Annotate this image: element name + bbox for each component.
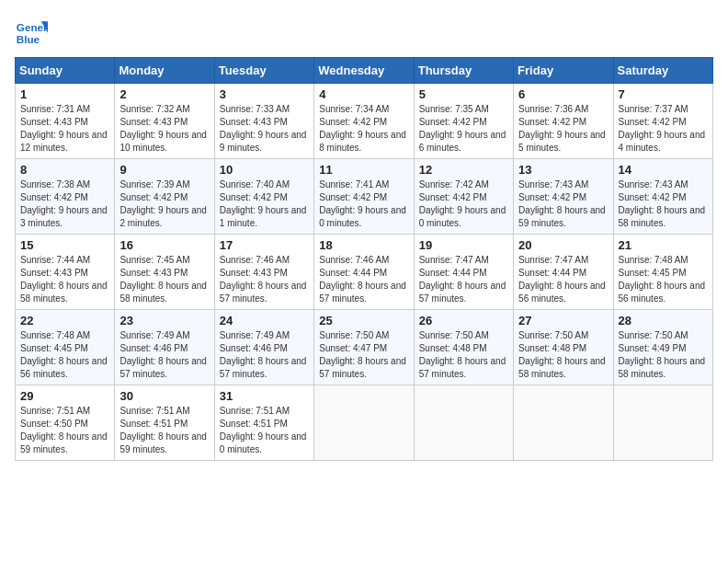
day-number: 25 [319, 314, 408, 327]
cell-content: Sunrise: 7:46 AM Sunset: 4:44 PM Dayligh… [319, 254, 408, 305]
cell-content: Sunrise: 7:34 AM Sunset: 4:42 PM Dayligh… [319, 103, 408, 155]
day-number: 3 [220, 87, 309, 101]
calendar-day-header: Wednesday [314, 58, 414, 84]
cell-content: Sunrise: 7:41 AM Sunset: 4:42 PM Dayligh… [319, 178, 408, 230]
calendar-week-row: 1 Sunrise: 7:31 AM Sunset: 4:43 PM Dayli… [16, 84, 713, 159]
cell-content: Sunrise: 7:50 AM Sunset: 4:47 PM Dayligh… [319, 329, 408, 381]
day-number: 26 [419, 314, 508, 327]
day-number: 27 [518, 314, 608, 327]
cell-content: Sunrise: 7:32 AM Sunset: 4:43 PM Dayligh… [119, 103, 209, 155]
day-number: 4 [319, 87, 408, 101]
cell-content: Sunrise: 7:47 AM Sunset: 4:44 PM Dayligh… [419, 254, 508, 305]
day-number: 6 [518, 87, 608, 101]
calendar-day-header: Tuesday [214, 58, 313, 84]
cell-content: Sunrise: 7:47 AM Sunset: 4:44 PM Dayligh… [518, 254, 608, 305]
calendar-week-row: 15 Sunrise: 7:44 AM Sunset: 4:43 PM Dayl… [16, 235, 713, 310]
cell-content: Sunrise: 7:33 AM Sunset: 4:43 PM Dayligh… [220, 103, 309, 155]
day-number: 29 [20, 389, 109, 403]
calendar-cell: 25 Sunrise: 7:50 AM Sunset: 4:47 PM Dayl… [314, 310, 414, 385]
svg-text:Blue: Blue [17, 33, 40, 45]
calendar-cell: 14 Sunrise: 7:43 AM Sunset: 4:42 PM Dayl… [613, 159, 712, 235]
calendar-cell: 15 Sunrise: 7:44 AM Sunset: 4:43 PM Dayl… [16, 235, 115, 310]
calendar-cell [613, 385, 712, 461]
calendar-cell: 17 Sunrise: 7:46 AM Sunset: 4:43 PM Dayl… [214, 235, 313, 310]
calendar-cell [514, 385, 613, 461]
cell-content: Sunrise: 7:51 AM Sunset: 4:50 PM Dayligh… [20, 405, 109, 456]
calendar-week-row: 29 Sunrise: 7:51 AM Sunset: 4:50 PM Dayl… [16, 385, 713, 461]
day-number: 22 [20, 314, 109, 327]
calendar-cell [414, 385, 513, 461]
cell-content: Sunrise: 7:36 AM Sunset: 4:42 PM Dayligh… [518, 103, 608, 155]
day-number: 7 [619, 87, 708, 101]
calendar-cell: 26 Sunrise: 7:50 AM Sunset: 4:48 PM Dayl… [414, 310, 513, 385]
day-number: 16 [119, 238, 209, 252]
cell-content: Sunrise: 7:43 AM Sunset: 4:42 PM Dayligh… [619, 178, 708, 230]
day-number: 14 [619, 163, 708, 177]
calendar-cell: 2 Sunrise: 7:32 AM Sunset: 4:43 PM Dayli… [115, 84, 214, 159]
calendar-day-header: Sunday [16, 58, 115, 84]
calendar-cell: 30 Sunrise: 7:51 AM Sunset: 4:51 PM Dayl… [115, 385, 214, 461]
calendar-cell: 3 Sunrise: 7:33 AM Sunset: 4:43 PM Dayli… [214, 84, 313, 159]
calendar-cell: 7 Sunrise: 7:37 AM Sunset: 4:42 PM Dayli… [613, 84, 712, 159]
day-number: 30 [119, 389, 209, 403]
calendar-body: 1 Sunrise: 7:31 AM Sunset: 4:43 PM Dayli… [16, 84, 713, 461]
cell-content: Sunrise: 7:49 AM Sunset: 4:46 PM Dayligh… [220, 329, 309, 381]
cell-content: Sunrise: 7:50 AM Sunset: 4:48 PM Dayligh… [518, 329, 608, 381]
day-number: 23 [119, 314, 209, 327]
calendar-cell: 1 Sunrise: 7:31 AM Sunset: 4:43 PM Dayli… [16, 84, 115, 159]
cell-content: Sunrise: 7:50 AM Sunset: 4:48 PM Dayligh… [419, 329, 508, 381]
cell-content: Sunrise: 7:39 AM Sunset: 4:42 PM Dayligh… [119, 178, 209, 230]
page-header: General Blue [15, 15, 713, 48]
calendar-cell: 24 Sunrise: 7:49 AM Sunset: 4:46 PM Dayl… [214, 310, 313, 385]
cell-content: Sunrise: 7:49 AM Sunset: 4:46 PM Dayligh… [119, 329, 209, 381]
calendar-cell: 21 Sunrise: 7:48 AM Sunset: 4:45 PM Dayl… [613, 235, 712, 310]
day-number: 20 [518, 238, 608, 252]
calendar-cell [314, 385, 414, 461]
cell-content: Sunrise: 7:48 AM Sunset: 4:45 PM Dayligh… [619, 254, 708, 305]
calendar-week-row: 8 Sunrise: 7:38 AM Sunset: 4:42 PM Dayli… [16, 159, 713, 235]
cell-content: Sunrise: 7:44 AM Sunset: 4:43 PM Dayligh… [20, 254, 109, 305]
cell-content: Sunrise: 7:46 AM Sunset: 4:43 PM Dayligh… [220, 254, 309, 305]
logo: General Blue [15, 15, 48, 48]
day-number: 19 [419, 238, 508, 252]
calendar-cell: 12 Sunrise: 7:42 AM Sunset: 4:42 PM Dayl… [414, 159, 513, 235]
day-number: 15 [20, 238, 109, 252]
calendar-cell: 10 Sunrise: 7:40 AM Sunset: 4:42 PM Dayl… [214, 159, 313, 235]
day-number: 13 [518, 163, 608, 177]
cell-content: Sunrise: 7:43 AM Sunset: 4:42 PM Dayligh… [518, 178, 608, 230]
day-number: 21 [619, 238, 708, 252]
cell-content: Sunrise: 7:31 AM Sunset: 4:43 PM Dayligh… [20, 103, 109, 155]
day-number: 5 [419, 87, 508, 101]
calendar-cell: 20 Sunrise: 7:47 AM Sunset: 4:44 PM Dayl… [514, 235, 613, 310]
cell-content: Sunrise: 7:42 AM Sunset: 4:42 PM Dayligh… [419, 178, 508, 230]
day-number: 1 [20, 87, 109, 101]
calendar-cell: 27 Sunrise: 7:50 AM Sunset: 4:48 PM Dayl… [514, 310, 613, 385]
cell-content: Sunrise: 7:38 AM Sunset: 4:42 PM Dayligh… [20, 178, 109, 230]
day-number: 11 [319, 163, 408, 177]
logo-icon: General Blue [15, 15, 48, 48]
calendar-week-row: 22 Sunrise: 7:48 AM Sunset: 4:45 PM Dayl… [16, 310, 713, 385]
calendar-header-row: SundayMondayTuesdayWednesdayThursdayFrid… [16, 58, 713, 84]
cell-content: Sunrise: 7:51 AM Sunset: 4:51 PM Dayligh… [220, 405, 309, 456]
calendar-cell: 16 Sunrise: 7:45 AM Sunset: 4:43 PM Dayl… [115, 235, 214, 310]
calendar-day-header: Saturday [613, 58, 712, 84]
calendar-table: SundayMondayTuesdayWednesdayThursdayFrid… [15, 57, 713, 461]
day-number: 18 [319, 238, 408, 252]
calendar-cell: 19 Sunrise: 7:47 AM Sunset: 4:44 PM Dayl… [414, 235, 513, 310]
day-number: 10 [220, 163, 309, 177]
cell-content: Sunrise: 7:51 AM Sunset: 4:51 PM Dayligh… [119, 405, 209, 456]
day-number: 12 [419, 163, 508, 177]
day-number: 28 [619, 314, 708, 327]
day-number: 17 [220, 238, 309, 252]
day-number: 8 [20, 163, 109, 177]
calendar-day-header: Monday [115, 58, 214, 84]
calendar-day-header: Thursday [414, 58, 513, 84]
calendar-cell: 31 Sunrise: 7:51 AM Sunset: 4:51 PM Dayl… [214, 385, 313, 461]
day-number: 24 [220, 314, 309, 327]
calendar-cell: 11 Sunrise: 7:41 AM Sunset: 4:42 PM Dayl… [314, 159, 414, 235]
day-number: 9 [119, 163, 209, 177]
calendar-cell: 22 Sunrise: 7:48 AM Sunset: 4:45 PM Dayl… [16, 310, 115, 385]
cell-content: Sunrise: 7:45 AM Sunset: 4:43 PM Dayligh… [119, 254, 209, 305]
calendar-cell: 18 Sunrise: 7:46 AM Sunset: 4:44 PM Dayl… [314, 235, 414, 310]
cell-content: Sunrise: 7:40 AM Sunset: 4:42 PM Dayligh… [220, 178, 309, 230]
